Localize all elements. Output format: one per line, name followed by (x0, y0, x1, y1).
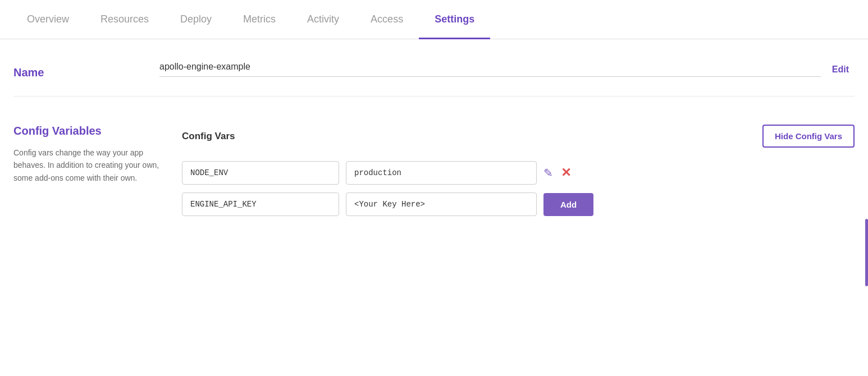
tab-overview[interactable]: Overview (11, 0, 85, 39)
tab-deploy[interactable]: Deploy (165, 0, 227, 39)
tab-resources[interactable]: Resources (85, 0, 165, 39)
tab-access[interactable]: Access (355, 0, 419, 39)
config-var-actions-1: ✎ ✕ (543, 166, 571, 180)
name-section: Name apollo-engine-example Edit (13, 62, 855, 97)
edit-name-button[interactable]: Edit (832, 65, 849, 75)
config-var-row-2: Add (182, 192, 855, 216)
tab-activity[interactable]: Activity (291, 0, 355, 39)
hide-config-vars-button[interactable]: Hide Config Vars (762, 125, 855, 148)
app-name-value: apollo-engine-example (159, 62, 821, 77)
name-label: Name (13, 62, 159, 79)
config-variables-description: Config vars change the way your app beha… (13, 146, 159, 184)
config-var-key-2[interactable] (182, 192, 339, 216)
config-vars-header: Config Vars Hide Config Vars (182, 125, 855, 148)
main-content: Name apollo-engine-example Edit Config V… (0, 39, 868, 246)
config-var-value-1[interactable] (346, 161, 537, 185)
config-variables-title: Config Variables (13, 125, 159, 137)
config-var-key-1[interactable] (182, 161, 339, 185)
add-config-var-button[interactable]: Add (543, 193, 593, 216)
name-content: apollo-engine-example Edit (159, 62, 855, 77)
config-section: Config Variables Config vars change the … (13, 125, 855, 224)
config-var-actions-2: Add (543, 193, 593, 216)
config-vars-title: Config Vars (182, 131, 235, 142)
config-var-value-2[interactable] (346, 192, 537, 216)
nav-tabs: Overview Resources Deploy Metrics Activi… (0, 0, 868, 39)
tab-settings[interactable]: Settings (419, 0, 490, 39)
config-right-panel: Config Vars Hide Config Vars ✎ ✕ Add (182, 125, 855, 224)
delete-config-var-1-icon[interactable]: ✕ (561, 166, 571, 180)
config-var-row-1: ✎ ✕ (182, 161, 855, 185)
config-left-panel: Config Variables Config vars change the … (13, 125, 159, 184)
edit-config-var-1-icon[interactable]: ✎ (543, 166, 553, 180)
tab-metrics[interactable]: Metrics (227, 0, 291, 39)
scrollbar-indicator[interactable] (865, 219, 868, 286)
